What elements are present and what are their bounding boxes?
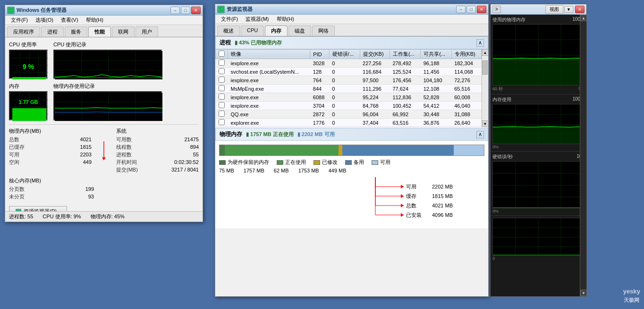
col-private[interactable]: 专用(KB) [451, 50, 481, 59]
view-dropdown-button[interactable]: ▼ [564, 6, 573, 13]
col-commit[interactable]: 提交(KB) [360, 50, 390, 59]
tab-performance[interactable]: 性能 [88, 26, 111, 37]
view-button[interactable]: 视图 [545, 5, 563, 14]
menu-file[interactable]: 文件(F) [7, 16, 32, 25]
tab-applications[interactable]: 应用程序 [7, 26, 40, 37]
cell-hard: 0 [329, 119, 360, 127]
physical-mem-section-header[interactable]: 物理内存 ▮ 1757 MB 正在使用 ▮ 2202 MB 可用 ∧ [215, 128, 488, 141]
total-value: 4021 [80, 136, 92, 143]
rm-menu-help[interactable]: 帮助(H) [273, 15, 298, 24]
chart-hard-faults-label: 硬错误/秒 [492, 154, 513, 160]
rm-tab-disk[interactable]: 磁盘 [288, 26, 311, 36]
cell-pid: 6088 [310, 93, 330, 102]
scroll-thumb[interactable] [482, 60, 488, 75]
col-hard-faults[interactable]: 硬错误/... [329, 50, 360, 59]
rm-tab-cpu[interactable]: CPU [241, 26, 264, 36]
legend-free: 可用 [372, 159, 390, 166]
minimize-button[interactable]: − [170, 7, 180, 14]
process-table-scrollbar[interactable]: ▲ ▼ [482, 49, 488, 127]
maximize-button[interactable]: □ [181, 7, 190, 14]
cell-private: 26,640 [451, 119, 481, 127]
row-checkbox[interactable] [219, 94, 225, 100]
process-section-toggle[interactable]: ∧ [476, 39, 484, 47]
rp-scroll-up[interactable]: ▲ [580, 15, 587, 21]
scroll-down-arrow[interactable]: ▼ [482, 120, 489, 127]
legend-label-free: 可用 [380, 159, 390, 166]
svg-text:可用: 可用 [406, 184, 416, 189]
tab-services[interactable]: 服务 [65, 26, 87, 37]
right-panel-close[interactable]: ✕ [575, 6, 585, 13]
right-panel-expand-button[interactable]: > [492, 6, 501, 13]
col-checkbox [216, 50, 228, 59]
process-section-header[interactable]: 进程 ▮ 43% 已用物理内存 ∧ [215, 36, 488, 49]
cell-working: 176,456 [390, 76, 420, 85]
menu-view[interactable]: 查看(V) [57, 16, 82, 25]
cell-image: iexplore.exe [228, 102, 310, 110]
rm-maximize-button[interactable]: □ [466, 6, 476, 13]
select-all-checkbox[interactable] [219, 51, 225, 57]
col-shareable[interactable]: 可共享(... [421, 50, 451, 59]
tab-users[interactable]: 用户 [136, 26, 158, 37]
close-button[interactable]: ✕ [191, 7, 201, 14]
scroll-up-arrow[interactable]: ▲ [482, 49, 489, 56]
row-checkbox[interactable] [219, 60, 225, 66]
table-row[interactable]: QQ.exe 2872 0 96,004 66,992 30,448 31,08… [216, 110, 482, 119]
svg-text:2202 MB: 2202 MB [432, 184, 453, 189]
row-checkbox[interactable] [219, 119, 225, 125]
nonpaged-label: 未分页 [9, 193, 25, 200]
rm-menu-monitor[interactable]: 监视器(M) [242, 15, 273, 24]
cell-hard: 0 [329, 102, 360, 110]
rm-menu-file[interactable]: 文件(F) [217, 15, 242, 24]
table-row[interactable]: iexplore.exe 3704 0 84,768 100,452 54,41… [216, 102, 482, 110]
task-manager-title-bar: Windows 任务管理器 − □ ✕ [5, 5, 203, 16]
commit-label: 提交(MB) [116, 166, 138, 173]
rm-minimize-button[interactable]: − [456, 6, 466, 13]
table-row[interactable]: MsMpEng.exe 844 0 111,296 77,624 12,108 … [216, 85, 482, 93]
row-checkbox[interactable] [219, 102, 225, 108]
process-table-scroll[interactable]: 映像 PID 硬错误/... 提交(KB) 工作集(... 可共享(... 专用… [215, 49, 482, 127]
menu-help[interactable]: 帮助(H) [82, 16, 107, 25]
svg-rect-2 [9, 11, 12, 11]
col-working[interactable]: 工作集(... [390, 50, 420, 59]
cell-working: 125,524 [390, 68, 420, 76]
tab-networking[interactable]: 联网 [112, 26, 135, 37]
menu-options[interactable]: 选项(O) [32, 16, 57, 25]
resource-monitor-tab-bar: 概述 CPU 内存 磁盘 网络 [215, 24, 488, 36]
cpu-history-label: CPU 使用记录 [53, 41, 162, 48]
rm-tab-network[interactable]: 网络 [312, 26, 335, 36]
row-checkbox[interactable] [219, 68, 225, 74]
scroll-track[interactable] [482, 56, 489, 120]
col-pid[interactable]: PID [310, 50, 330, 59]
physical-mem-info1: ▮ 1757 MB 正在使用 [246, 131, 294, 138]
cell-commit: 111,296 [360, 85, 390, 93]
col-image[interactable]: 映像 [228, 50, 310, 59]
rp-scroll-down[interactable]: ▼ [580, 290, 587, 296]
legend-modified: 已修改 [314, 159, 338, 166]
table-row[interactable]: svchost.exe (LocalSystemN... 128 0 116,6… [216, 68, 482, 76]
memory-history-label: 物理内存使用记录 [53, 83, 162, 90]
table-row[interactable]: explorer.exe 1776 0 37,404 63,516 36,876… [216, 119, 482, 127]
rm-tab-overview[interactable]: 概述 [217, 26, 240, 36]
cell-private: 114,068 [451, 68, 481, 76]
table-row[interactable]: iexplore.exe 6088 0 95,224 112,836 52,82… [216, 93, 482, 102]
tab-processes[interactable]: 进程 [41, 26, 64, 37]
svg-text:4096 MB: 4096 MB [432, 212, 453, 218]
chart-bottom: 0 [491, 216, 586, 263]
row-checkbox[interactable] [219, 77, 225, 83]
performance-content: CPU 使用率 9 % [5, 37, 203, 221]
table-row[interactable]: iexplore.exe 764 0 97,500 176,456 104,18… [216, 76, 482, 85]
row-checkbox[interactable] [219, 85, 225, 91]
table-row[interactable]: iexplore.exe 3028 0 227,256 278,492 96,1… [216, 59, 482, 68]
rm-tab-memory[interactable]: 内存 [265, 26, 288, 36]
svg-text:总数: 总数 [406, 203, 416, 208]
right-panel-scrollbar[interactable]: ▲ ▼ [580, 15, 586, 296]
physical-mem-toggle[interactable]: ∧ [476, 131, 484, 138]
memory-bar [219, 145, 484, 156]
cell-image: QQ.exe [228, 110, 310, 119]
physical-mem-stats: 物理内存(MB) 总数 4021 已缓存 1815 可用 2203 空闲 449 [9, 128, 92, 173]
right-panel-title-bar: > 视图 ▼ ✕ [491, 4, 586, 15]
rm-close-button[interactable]: ✕ [477, 6, 486, 13]
svg-rect-1 [9, 10, 13, 10]
total-label: 总数 [9, 136, 19, 143]
row-checkbox[interactable] [219, 111, 225, 117]
